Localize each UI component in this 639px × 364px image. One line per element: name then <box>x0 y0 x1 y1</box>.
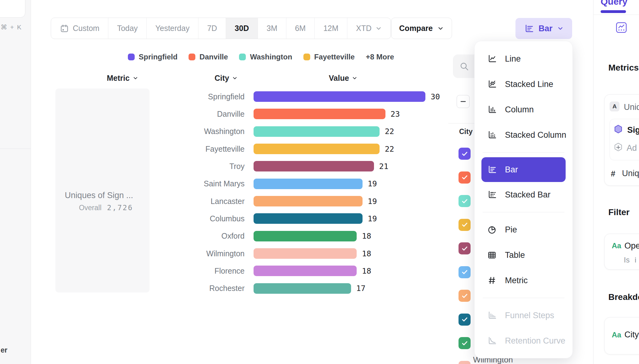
check-icon <box>460 339 469 348</box>
bar[interactable] <box>254 248 357 259</box>
bar[interactable] <box>254 179 363 189</box>
filter-value[interactable]: i <box>635 256 636 264</box>
chart-type-icon <box>487 130 497 140</box>
bar[interactable] <box>254 144 380 154</box>
date-range-button[interactable]: 30D <box>226 18 258 39</box>
chart-type-menu-item[interactable]: Bar <box>481 157 566 182</box>
bar-category-label: Oxford <box>152 232 245 240</box>
metric-column-header[interactable]: Metric <box>107 74 138 83</box>
date-range-button[interactable]: XTD <box>347 18 391 39</box>
check-icon <box>460 362 469 364</box>
city-checkbox[interactable] <box>459 219 471 231</box>
legend-item[interactable]: Fayetteville <box>303 53 355 61</box>
metric-query-card[interactable]: A Uniqu Sig Ad # Uniqu <box>604 94 639 186</box>
filter-heading: Filter <box>608 207 629 217</box>
chart-row: Fayetteville 22 <box>152 140 440 158</box>
value-column-header[interactable]: Value <box>329 74 358 83</box>
bar[interactable] <box>254 283 351 294</box>
bar[interactable] <box>254 196 363 206</box>
calendar-icon <box>60 24 69 33</box>
chart-row: Troy 21 <box>152 158 440 175</box>
date-range-button[interactable]: Today <box>108 18 147 39</box>
metric-card-title: Uniques of Sign ... <box>65 191 133 200</box>
event-card[interactable]: Sig Ad <box>610 119 639 160</box>
city-header-label: City <box>215 74 229 83</box>
bar[interactable] <box>254 161 374 171</box>
tab-query[interactable]: Query <box>601 0 628 7</box>
sidebar-footer-item[interactable]: er <box>1 346 7 354</box>
date-range-label: 30D <box>235 24 249 33</box>
chart-type-menu-item[interactable]: Table <box>475 242 572 268</box>
bar[interactable] <box>254 109 385 119</box>
city-checkbox[interactable] <box>459 148 471 160</box>
bar-chart-icon <box>524 24 534 34</box>
chart-type-menu-item[interactable]: Retention Curve <box>475 328 572 353</box>
date-range-button[interactable]: Yesterday <box>147 18 198 39</box>
breakdown-group-label: City <box>459 128 472 136</box>
city-checkbox[interactable] <box>459 361 471 364</box>
legend-item[interactable]: Washington <box>239 53 292 61</box>
metrics-heading: Metrics <box>608 63 639 73</box>
bar-value-label: 22 <box>385 145 394 154</box>
date-range-button[interactable]: 6M <box>286 18 315 39</box>
filter-card[interactable]: Aa Ope Is i <box>604 234 639 270</box>
sidebar-search-input[interactable] <box>0 0 25 18</box>
city-checkbox[interactable] <box>459 314 471 326</box>
legend-swatch <box>303 54 310 60</box>
minus-icon <box>459 97 468 106</box>
chart-type-menu-item[interactable]: Stacked Line <box>475 72 572 97</box>
city-checkbox[interactable] <box>459 337 471 349</box>
select-all-checkbox[interactable] <box>457 95 470 108</box>
breakdown-card[interactable]: Aa City <box>604 317 639 354</box>
city-column-header[interactable]: City <box>215 74 238 83</box>
bar[interactable] <box>254 231 357 241</box>
bar[interactable] <box>254 266 357 276</box>
chart-row: Wilmington 18 <box>152 245 440 262</box>
chevron-down-icon <box>375 25 382 32</box>
panel-header-divider <box>593 15 639 15</box>
date-range-button[interactable]: 3M <box>258 18 286 39</box>
metric-card[interactable]: Uniques of Sign ... Overall 2,726 <box>55 89 150 292</box>
chart-type-menu-item[interactable]: Stacked Bar <box>475 182 572 207</box>
filter-property-label: Ope <box>624 241 639 251</box>
chart-type-menu-item[interactable]: Funnel Steps <box>475 303 572 328</box>
legend-item[interactable]: Springfield <box>128 53 177 61</box>
chart-type-menu-item[interactable]: Metric <box>475 268 572 293</box>
menu-item-label: Stacked Bar <box>505 190 550 200</box>
check-icon <box>460 197 469 206</box>
city-checkbox[interactable] <box>459 242 471 254</box>
overall-value: 2,726 <box>107 204 133 212</box>
check-icon <box>460 315 469 324</box>
city-checkbox[interactable] <box>459 266 471 278</box>
bar-category-label: Rochester <box>152 284 245 293</box>
chart-type-menu-item[interactable]: Line <box>475 46 572 72</box>
chevron-down-icon <box>352 75 358 81</box>
active-tab-underline <box>601 10 626 13</box>
filter-operator[interactable]: Is <box>624 256 630 264</box>
chart-type-menu-item[interactable]: Stacked Column <box>475 122 572 148</box>
city-checkbox[interactable] <box>459 195 471 207</box>
chart-type-button[interactable]: Bar <box>515 18 572 39</box>
bar[interactable] <box>254 91 425 102</box>
bar[interactable] <box>254 213 363 224</box>
bar[interactable] <box>254 126 380 137</box>
date-range-button[interactable]: 12M <box>315 18 347 39</box>
city-checkbox[interactable] <box>459 171 471 184</box>
city-checkbox[interactable] <box>459 290 471 302</box>
legend-item[interactable]: +8 More <box>366 53 394 61</box>
add-event-icon[interactable] <box>613 142 624 153</box>
compare-button[interactable]: Compare <box>391 18 452 39</box>
date-range-button[interactable]: Custom <box>51 18 108 39</box>
chart-type-icon <box>487 275 497 285</box>
date-range-label: 3M <box>267 24 277 33</box>
date-range-button[interactable]: 7D <box>198 18 226 39</box>
chart-type-menu-item[interactable]: Pie <box>475 217 572 242</box>
bar-value-label: 23 <box>391 110 400 119</box>
chart-type-menu-item[interactable]: Column <box>475 97 572 122</box>
chart-row: Rochester 17 <box>152 280 440 297</box>
legend-swatch <box>239 54 246 60</box>
chart-row: Columbus 19 <box>152 210 440 227</box>
legend-item[interactable]: Danville <box>189 53 228 61</box>
date-range-label: Today <box>117 24 138 33</box>
bar-category-label: Danville <box>152 110 245 119</box>
